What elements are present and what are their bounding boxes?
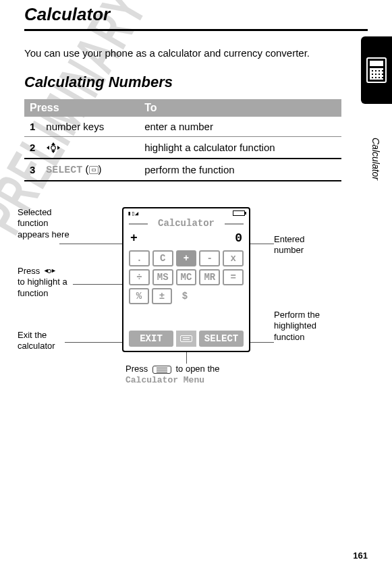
annotation-selected-function: Selected function appears here [18, 207, 78, 240]
dpad-icon [46, 142, 61, 154]
calculator-diagram: Selected function appears here Press to … [18, 202, 355, 418]
key-multiply: x [223, 250, 244, 266]
annotation-exit: Exit the calculator [18, 330, 85, 352]
key-row: % ± $ [129, 288, 244, 304]
softkey-icon [89, 166, 99, 174]
key-mr: MR [199, 269, 220, 285]
battery-icon [233, 210, 245, 216]
col-to: To [139, 99, 341, 117]
select-label: SELECT [46, 165, 82, 176]
step-press [40, 137, 139, 159]
table-header-row: Press To [24, 99, 341, 117]
step-press: SELECT () [40, 159, 139, 181]
softkey-row: EXIT SELECT [129, 331, 244, 347]
callout-line [65, 342, 125, 343]
annot-menu-pre: Press [125, 364, 150, 374]
key-percent: % [129, 288, 149, 304]
menu-icon [180, 335, 192, 342]
callout-line [59, 244, 127, 244]
steps-table: Press To 1 number keys enter a number 2 … [24, 99, 341, 181]
annot-menu-mid: to open the [173, 364, 220, 374]
status-bar: ▮▯◢ [123, 208, 249, 218]
key-row: . C + - x [129, 250, 244, 266]
screen-title: Calculator [123, 218, 249, 229]
annotation-perform-function: Perform the highlighted function [274, 310, 348, 343]
key-ms: MS [152, 269, 173, 285]
paren-close: ) [99, 163, 102, 175]
section-heading: Calculating Numbers [24, 74, 368, 91]
callout-line [186, 351, 187, 364]
key-equals: = [223, 269, 244, 285]
softkey-select: SELECT [199, 331, 244, 347]
callout-line [247, 244, 274, 244]
table-row: 1 number keys enter a number [24, 117, 341, 137]
selected-operator: + [130, 231, 138, 245]
paren-open: ( [82, 163, 88, 175]
page-number: 161 [353, 550, 368, 561]
signal-icon: ▮▯◢ [128, 210, 138, 217]
step-num: 2 [24, 137, 40, 159]
key-divide: ÷ [129, 269, 150, 285]
table-row: 2 highlight a calculator function [24, 137, 341, 159]
annotation-press-dpad: Press to highlight a function [18, 266, 92, 299]
key-row: ÷ MS MC MR = [129, 269, 244, 285]
dpad-icon [44, 267, 56, 277]
calculator-icon [366, 57, 387, 83]
annot-press-prefix: Press [18, 266, 43, 276]
softkey-exit: EXIT [129, 331, 173, 347]
side-tab-label: Calculator [370, 138, 381, 180]
key-plusminus: ± [152, 288, 172, 304]
table-row: 3 SELECT () perform the function [24, 159, 341, 181]
side-tab-icon-box [361, 36, 392, 104]
step-to: highlight a calculator function [139, 137, 341, 159]
step-to: perform the function [139, 159, 341, 181]
display-row: + 0 [123, 229, 249, 250]
annotation-entered-number: Entered number [274, 234, 335, 256]
entered-number: 0 [235, 231, 242, 245]
key-dot: . [129, 250, 150, 266]
step-num: 1 [24, 117, 40, 137]
phone-screen: ▮▯◢ Calculator + 0 . C + - x [122, 207, 250, 352]
callout-line [73, 284, 127, 285]
key-grid: . C + - x ÷ MS MC MR = % [123, 250, 249, 304]
calculator-menu-label: Calculator Menu [125, 375, 204, 385]
annotation-menu: Press to open the Calculator Menu [125, 364, 274, 387]
softkey-menu [176, 331, 196, 347]
key-minus: - [199, 250, 220, 266]
svg-point-0 [51, 146, 55, 150]
key-clear: C [152, 250, 173, 266]
step-to: enter a number [139, 117, 341, 137]
page-title: Calculator [24, 4, 368, 25]
key-plus: + [176, 250, 197, 266]
step-num: 3 [24, 159, 40, 181]
menu-key-icon [152, 366, 171, 374]
key-currency: $ [175, 288, 195, 304]
intro-paragraph: You can use your phone as a calculator a… [24, 46, 314, 60]
col-press: Press [24, 99, 139, 117]
key-mc: MC [176, 269, 197, 285]
step-press: number keys [40, 117, 139, 137]
annot-press-suffix: to highlight a function [18, 277, 67, 298]
title-rule [24, 29, 368, 31]
side-tab: Calculator [353, 36, 392, 232]
